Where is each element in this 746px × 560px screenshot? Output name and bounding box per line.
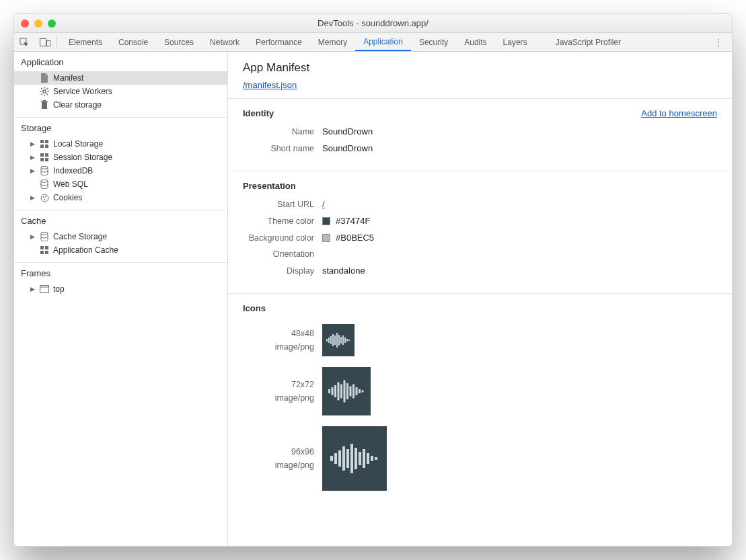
chevron-right-icon[interactable]: ▶ — [29, 141, 36, 147]
chevron-right-icon[interactable]: ▶ — [29, 154, 36, 161]
chevron-right-icon[interactable]: ▶ — [29, 167, 36, 174]
svg-rect-44 — [342, 335, 344, 345]
field-value: SoundDrown — [322, 143, 373, 153]
close-icon[interactable] — [21, 19, 29, 28]
svg-rect-46 — [346, 339, 348, 342]
field-value: #B0BEC5 — [336, 233, 374, 243]
sidebar-item-cache-storage[interactable]: ▶ Cache Storage — [14, 230, 227, 243]
icon-mime: image/png — [243, 340, 314, 354]
sidebar-item-clear-storage[interactable]: Clear storage — [14, 98, 227, 112]
database-icon — [40, 179, 49, 189]
manifest-panel: App Manifest /manifest.json Add to homes… — [228, 52, 732, 546]
page-title: App Manifest — [243, 61, 717, 75]
sidebar-section-title: Application — [14, 57, 227, 71]
tab-layers[interactable]: Layers — [495, 33, 535, 51]
tab-elements[interactable]: Elements — [61, 33, 110, 51]
sidebar-item-manifest[interactable]: Manifest — [14, 71, 227, 85]
svg-rect-58 — [359, 389, 361, 393]
svg-rect-50 — [334, 385, 336, 397]
svg-rect-67 — [359, 452, 361, 465]
svg-line-10 — [46, 88, 48, 89]
more-icon[interactable]: ⋮ — [705, 33, 732, 51]
svg-rect-56 — [352, 385, 355, 399]
tab-performance[interactable]: Performance — [248, 33, 310, 51]
field-value: standalone — [322, 266, 365, 276]
svg-rect-1 — [40, 38, 46, 46]
svg-rect-41 — [336, 333, 338, 348]
field-label: Name — [243, 127, 322, 136]
svg-rect-39 — [332, 334, 334, 346]
section-title: Icons — [243, 303, 717, 313]
icon-size: 96x96 — [243, 445, 314, 458]
app-icon — [322, 367, 371, 415]
sidebar-item-service-workers[interactable]: Service Workers — [14, 85, 227, 98]
svg-point-24 — [41, 179, 48, 182]
svg-rect-70 — [371, 456, 373, 461]
sidebar-item-websql[interactable]: Web SQL — [14, 177, 227, 191]
tab-memory[interactable]: Memory — [310, 33, 355, 51]
field-label: Start URL — [243, 200, 322, 209]
panel-tabs: Elements Console Sources Network Perform… — [61, 33, 629, 51]
identity-section: Add to homescreen Identity Name SoundDro… — [228, 98, 732, 171]
titlebar: DevTools - sounddrown.app/ — [14, 14, 732, 33]
svg-rect-52 — [340, 385, 342, 399]
manifest-link[interactable]: /manifest.json — [243, 80, 297, 90]
sidebar-item-top-frame[interactable]: ▶ top — [14, 282, 227, 296]
svg-rect-33 — [45, 251, 48, 254]
tab-network[interactable]: Network — [202, 33, 248, 51]
svg-line-11 — [41, 93, 42, 95]
svg-rect-37 — [328, 337, 330, 343]
svg-rect-53 — [344, 381, 346, 403]
svg-point-27 — [45, 196, 46, 197]
field-label: Short name — [243, 144, 322, 153]
gear-icon — [40, 87, 49, 96]
tab-security[interactable]: Security — [411, 33, 456, 51]
minimize-icon[interactable] — [34, 19, 42, 28]
icon-mime: image/png — [243, 391, 314, 405]
icon-entry: 72x72 image/png — [243, 367, 717, 415]
sidebar-section-title: Frames — [14, 268, 227, 282]
sidebar-item-local-storage[interactable]: ▶ Local Storage — [14, 137, 227, 151]
svg-point-28 — [44, 198, 45, 200]
svg-point-29 — [41, 232, 48, 235]
svg-rect-42 — [338, 335, 340, 346]
svg-rect-69 — [367, 453, 369, 464]
inspect-icon[interactable] — [14, 33, 34, 51]
svg-rect-62 — [338, 450, 341, 467]
field-label: Display — [243, 266, 322, 276]
tab-application[interactable]: Application — [355, 33, 411, 51]
svg-rect-19 — [40, 153, 44, 157]
device-toggle-icon[interactable] — [34, 33, 56, 51]
maximize-icon[interactable] — [48, 19, 56, 28]
chevron-right-icon[interactable]: ▶ — [29, 286, 36, 292]
sidebar-item-cookies[interactable]: ▶ Cookies — [14, 191, 227, 204]
svg-rect-38 — [330, 336, 332, 344]
grid-icon — [40, 245, 49, 255]
tab-audits[interactable]: Audits — [456, 33, 494, 51]
chevron-right-icon[interactable]: ▶ — [29, 233, 36, 240]
svg-rect-65 — [350, 444, 353, 473]
background-color-swatch — [322, 234, 330, 242]
grid-icon — [40, 153, 49, 162]
tab-sources[interactable]: Sources — [156, 33, 202, 51]
svg-rect-43 — [340, 337, 342, 344]
svg-rect-22 — [45, 158, 48, 161]
sidebar-item-indexeddb[interactable]: ▶ IndexedDB — [14, 164, 227, 177]
tab-js-profiler[interactable]: JavaScript Profiler — [548, 33, 629, 51]
svg-rect-31 — [45, 246, 48, 249]
svg-rect-20 — [45, 153, 48, 157]
database-icon — [40, 166, 49, 175]
start-url-link[interactable]: / — [322, 199, 325, 209]
svg-rect-14 — [43, 100, 46, 102]
svg-rect-17 — [40, 145, 44, 148]
chevron-right-icon[interactable]: ▶ — [29, 194, 36, 201]
tab-console[interactable]: Console — [110, 33, 156, 51]
svg-rect-57 — [356, 387, 358, 395]
sidebar-item-application-cache[interactable]: Application Cache — [14, 243, 227, 257]
icon-size: 72x72 — [243, 378, 314, 391]
window-controls — [14, 19, 56, 28]
sidebar-section-application: Application Manifest Service Workers Cle… — [14, 52, 227, 118]
sidebar-item-session-storage[interactable]: ▶ Session Storage — [14, 151, 227, 164]
add-to-homescreen-link[interactable]: Add to homescreen — [641, 108, 717, 118]
svg-line-8 — [41, 88, 42, 89]
